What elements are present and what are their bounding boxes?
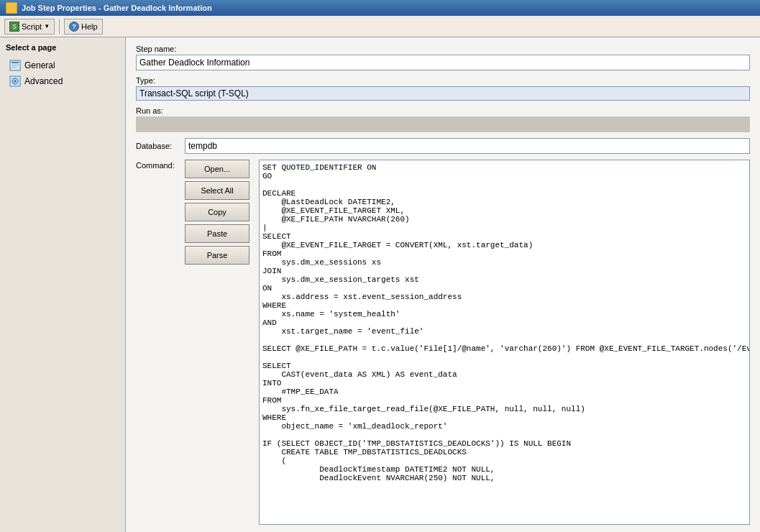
title-bar: Job Step Properties - Gather Deadlock In…	[0, 0, 760, 16]
database-input[interactable]	[185, 138, 750, 154]
step-name-field: Step name:	[136, 45, 750, 70]
main-container: Select a page General Advanced	[0, 37, 760, 532]
step-name-input[interactable]	[136, 55, 750, 70]
script-button[interactable]: S Script ▼	[4, 19, 55, 35]
copy-button[interactable]: Copy	[185, 203, 249, 221]
run-as-label: Run as:	[136, 106, 750, 115]
run-as-input	[136, 116, 750, 132]
svg-rect-3	[12, 67, 17, 68]
toolbar-separator	[59, 19, 60, 34]
parse-button[interactable]: Parse	[185, 246, 249, 265]
general-icon	[9, 60, 21, 71]
database-row: Database:	[136, 138, 750, 154]
command-area: Command: Open... Select All Copy Paste	[136, 160, 750, 525]
sidebar-item-advanced-label: Advanced	[24, 76, 63, 86]
type-label: Type:	[136, 76, 750, 85]
open-button[interactable]: Open...	[185, 160, 249, 178]
svg-point-6	[14, 80, 17, 83]
type-field: Type:	[136, 76, 750, 101]
advanced-icon	[9, 75, 21, 87]
svg-rect-2	[12, 65, 19, 65]
paste-button[interactable]: Paste	[185, 224, 249, 243]
command-buttons: Open... Select All Copy Paste Parse	[185, 160, 253, 525]
help-label: Help	[81, 22, 98, 31]
select-all-button[interactable]: Select All	[185, 181, 249, 200]
left-panel-title: Select a page	[6, 43, 119, 52]
step-name-label: Step name:	[136, 45, 750, 53]
left-panel: Select a page General Advanced	[0, 37, 126, 532]
command-label: Command:	[136, 160, 179, 525]
database-label: Database:	[136, 142, 179, 150]
toolbar: S Script ▼ ? Help	[0, 16, 760, 37]
window-icon	[6, 2, 17, 14]
right-panel: Step name: Type: Run as: Database: Comma…	[126, 37, 760, 532]
sidebar-item-general[interactable]: General	[6, 58, 119, 73]
sidebar-item-general-label: General	[24, 60, 55, 70]
sidebar-item-advanced[interactable]: Advanced	[6, 73, 119, 89]
script-icon: S	[9, 22, 19, 32]
window-title: Job Step Properties - Gather Deadlock In…	[22, 4, 212, 12]
command-textarea[interactable]: SET QUOTED_IDENTIFIER ON GO DECLARE @Las…	[259, 160, 750, 525]
script-label: Script	[22, 22, 42, 31]
command-content: Open... Select All Copy Paste Parse	[185, 160, 750, 525]
type-input[interactable]	[136, 86, 750, 101]
help-icon: ?	[69, 22, 79, 32]
svg-rect-1	[12, 62, 19, 63]
script-dropdown-icon: ▼	[44, 23, 50, 29]
run-as-field: Run as:	[136, 106, 750, 132]
help-button[interactable]: ? Help	[64, 19, 103, 35]
